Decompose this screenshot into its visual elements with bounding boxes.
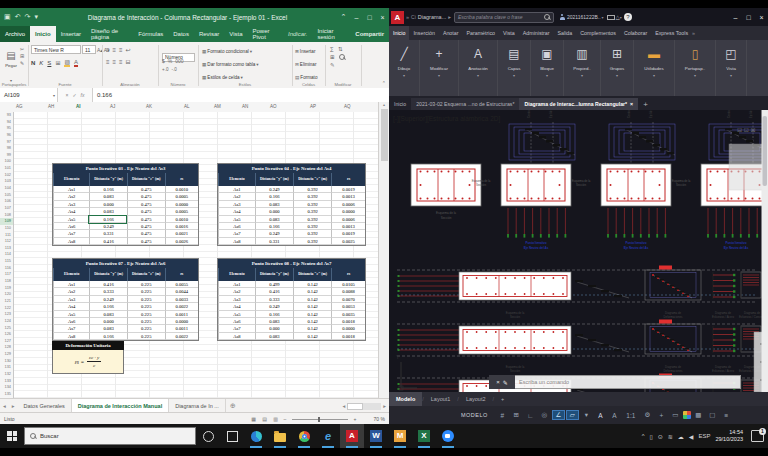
scroll-thumb[interactable]: [381, 109, 388, 161]
sign-in-link[interactable]: Iniciar sesión: [312, 26, 350, 42]
table-cell[interactable]: 0.142: [293, 333, 331, 340]
font-color-icon[interactable]: A: [74, 59, 78, 67]
table-cell[interactable]: 0.142: [293, 311, 331, 318]
row-header[interactable]: 129: [0, 351, 13, 358]
view-layout-icon[interactable]: ▤: [259, 416, 270, 422]
bold-button[interactable]: N: [31, 60, 35, 66]
sheet-tab-datos-generales[interactable]: Datos Generales: [18, 399, 72, 413]
row-header[interactable]: 115: [0, 258, 13, 265]
table-cell[interactable]: 0.392: [293, 223, 331, 230]
a-dropdown-icon[interactable]: ▾: [620, 15, 622, 20]
sort-filter-icon[interactable]: ⇅: [338, 46, 343, 52]
table-cell[interactable]: 0.142: [293, 318, 331, 325]
table-header-cell[interactable]: εs: [331, 173, 365, 186]
panel-anotacion[interactable]: AAnotación▾: [459, 40, 498, 96]
store-cart-icon[interactable]: [607, 15, 614, 20]
italic-button[interactable]: K: [39, 60, 43, 66]
tray-mic-icon[interactable]: ⊙: [658, 433, 663, 440]
row-header[interactable]: 101: [0, 165, 13, 172]
cad-tab-administrar[interactable]: Administrar: [519, 26, 554, 40]
table-cell[interactable]: As5: [53, 216, 89, 223]
zoom-slider[interactable]: [292, 419, 348, 420]
tray-volume-icon[interactable]: ◀: [689, 433, 694, 440]
panel-grupos[interactable]: ⊞Grupos▾: [601, 40, 634, 96]
table-cell[interactable]: As5: [218, 311, 255, 318]
save-icon[interactable]: ▣: [4, 13, 11, 21]
hscroll-left-icon[interactable]: ◂: [342, 403, 345, 409]
tab-insertar[interactable]: Insertar: [56, 26, 86, 42]
table-cell[interactable]: 0.499: [255, 281, 293, 288]
osnap-icon[interactable]: ∠: [552, 410, 565, 420]
row-header[interactable]: 117: [0, 271, 13, 278]
cut-icon[interactable]: ✂: [20, 46, 24, 52]
table-cell[interactable]: 0.225: [127, 333, 165, 340]
fill-color-icon[interactable]: ▨: [64, 58, 70, 67]
merge-center-icon[interactable]: ⊟: [126, 58, 131, 65]
table-cell[interactable]: As4: [218, 208, 255, 215]
table-cell[interactable]: 0.0006: [331, 216, 365, 223]
add-sheet-icon[interactable]: ⊕: [226, 402, 240, 410]
format-painter-icon[interactable]: ✎: [20, 60, 24, 66]
row-header[interactable]: 104: [0, 185, 13, 192]
minimize-button[interactable]: –: [350, 14, 363, 21]
table-cell[interactable]: 0.142: [293, 288, 331, 295]
annotation-visibility-icon[interactable]: A: [594, 412, 607, 419]
cad-tab-salida[interactable]: Salida: [554, 26, 577, 40]
tab-archivo[interactable]: Archivo: [0, 26, 30, 42]
viewport-label[interactable]: [-][Superior][Estructura alámbrica 2D]: [393, 115, 500, 123]
table-cell[interactable]: 0.475: [127, 216, 165, 223]
table-title[interactable]: Punto Iterativo 03 - Eje Neutro del As3: [53, 164, 198, 173]
taskbar-search-box[interactable]: Buscar: [24, 427, 196, 445]
row-header[interactable]: 123: [0, 311, 13, 318]
table-cell[interactable]: As2: [53, 193, 89, 200]
table-cell[interactable]: 0.0021: [165, 230, 198, 237]
tabs-overflow-icon[interactable]: »: [692, 30, 695, 36]
row-header[interactable]: 134: [0, 384, 13, 391]
row-header[interactable]: 106: [0, 198, 13, 205]
table-cell[interactable]: 0.000: [255, 208, 293, 215]
file-tab-diagrama[interactable]: Diagrama de Interac...lumna Rectangular*…: [519, 98, 638, 110]
tab-revisar[interactable]: Revisar: [194, 26, 224, 42]
row-header[interactable]: 108: [0, 212, 13, 219]
table-cell[interactable]: 0.166: [89, 186, 127, 193]
column-header[interactable]: AH: [48, 102, 54, 112]
row-header[interactable]: 131: [0, 364, 13, 371]
column-header[interactable]: AN: [242, 102, 248, 112]
row-header[interactable]: 120: [0, 291, 13, 298]
row-header[interactable]: 121: [0, 298, 13, 305]
table-header-cell[interactable]: Elemento: [218, 268, 255, 281]
table-cell[interactable]: 0.0035: [331, 311, 365, 318]
file-tab-esquema[interactable]: 2021-03-02 Esquema ...no de Estructuras*: [411, 98, 519, 110]
column-header[interactable]: AJ: [110, 102, 115, 112]
table-cell[interactable]: 0.0019: [331, 230, 365, 237]
table-cell[interactable]: 0.333: [255, 296, 293, 303]
table-cell[interactable]: As2: [53, 288, 89, 295]
table-cell[interactable]: 0.225: [127, 296, 165, 303]
table-cell[interactable]: 0.0018: [331, 333, 365, 340]
row-header[interactable]: 111: [0, 232, 13, 239]
table-cell[interactable]: 0.000: [89, 318, 127, 325]
table-cell[interactable]: 0.0033: [165, 296, 198, 303]
table-cell[interactable]: As8: [218, 238, 255, 245]
panel-portapapeles[interactable]: ▯Portapap..▾: [675, 40, 716, 96]
start-button[interactable]: [7, 431, 17, 441]
table-title[interactable]: Punto Iterativo 08 - Eje Neutro del As7: [218, 259, 365, 268]
table-cell[interactable]: As8: [53, 333, 89, 340]
table-cell[interactable]: 0.225: [127, 311, 165, 318]
table-cell[interactable]: 0.166: [89, 303, 127, 310]
table-header-cell[interactable]: Elemento: [53, 268, 89, 281]
annotation-scale-value[interactable]: 1:1: [622, 412, 640, 419]
table-cell[interactable]: 0.0019: [331, 186, 365, 193]
table-cell[interactable]: As3: [218, 201, 255, 208]
sheet-tab-diagrama-manual[interactable]: Diagrama de Interacción Manual: [72, 399, 169, 413]
redo-icon[interactable]: ↷: [25, 13, 31, 21]
ribbon-options-icon[interactable]: ⌃: [337, 13, 350, 21]
table-cell[interactable]: 0.0005: [165, 208, 198, 215]
table-cell[interactable]: As1: [218, 281, 255, 288]
table-cell[interactable]: As7: [53, 325, 89, 332]
table-cell[interactable]: 0.225: [127, 318, 165, 325]
taskbar-zoom-icon[interactable]: [436, 424, 460, 448]
table-header-cell[interactable]: εs: [331, 268, 365, 281]
selection-cycling-icon[interactable]: ▭: [669, 411, 682, 419]
row-header[interactable]: 98: [0, 145, 13, 152]
